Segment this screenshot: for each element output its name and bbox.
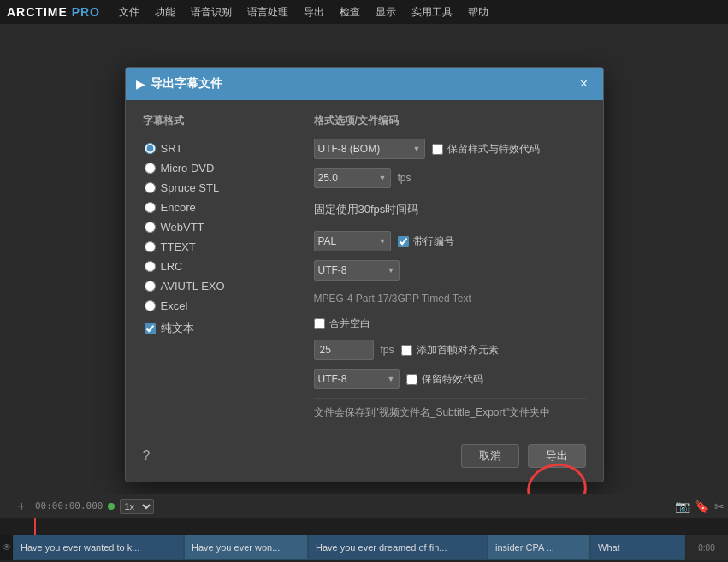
merge-space-checkbox[interactable]: 合并空白 <box>314 316 370 331</box>
dialog-title-bar: ▶ 导出字幕文件 × <box>126 68 603 100</box>
first-frame-label: 添加首帧对齐元素 <box>417 343 499 358</box>
options-column: 格式选项/文件编码 UTF-8 (BOM) UTF-8 GBK <box>314 114 586 420</box>
format-encore[interactable]: Encore <box>143 198 297 217</box>
webvtt-encoding-row: UTF-8 UTF-8 (BOM) GBK <box>314 260 586 281</box>
dialog-close-button[interactable]: × <box>576 75 593 92</box>
format-header: 字幕格式 <box>143 114 297 128</box>
format-excel-label: Excel <box>161 299 188 312</box>
fps-dropdown[interactable]: 25.0 23.976 29.97 30 <box>314 168 391 188</box>
format-webvtt-label: WebVTT <box>161 221 204 234</box>
line-number-checkbox[interactable]: 带行编号 <box>398 234 454 249</box>
timeline-area: + 00:00:00.000 1x 0.5x 2x 📷 🔖 ✂ 👁 <box>0 494 728 562</box>
menu-function[interactable]: 功能 <box>148 3 182 22</box>
dialog-overlay: ▶ 导出字幕文件 × 字幕格式 SRT <box>0 24 728 562</box>
camera-icon[interactable]: 📷 <box>675 500 690 513</box>
keep-style-checkbox[interactable]: 保留样式与特效代码 <box>432 142 540 157</box>
aviutl-fps-label: fps <box>381 344 394 356</box>
menu-speech[interactable]: 语音识别 <box>184 3 239 22</box>
menu-display[interactable]: 显示 <box>369 3 403 22</box>
options-header: 格式选项/文件编码 <box>314 114 586 128</box>
eye-icon[interactable]: 👁 <box>0 535 13 560</box>
status-indicator <box>108 503 115 510</box>
speed-select[interactable]: 1x 0.5x 2x <box>120 499 154 514</box>
aviutl-fps-row: fps 添加首帧对齐元素 <box>314 340 586 360</box>
dialog-arrow-icon: ▶ <box>136 77 145 91</box>
format-srt-label: SRT <box>161 142 183 155</box>
time-position: 00:00:00.000 <box>35 500 103 512</box>
timeline-end-time: 0:00 <box>685 535 728 560</box>
app-logo: ARCTIME PRO <box>7 5 100 19</box>
menu-help[interactable]: 帮助 <box>461 3 495 22</box>
fps-row: 25.0 23.976 29.97 30 fps <box>314 168 586 188</box>
plaintext-encoding-wrapper: UTF-8 UTF-8 (BOM) GBK <box>314 369 400 389</box>
dialog-title: 导出字幕文件 <box>151 76 222 92</box>
keep-effect-label: 保留特效代码 <box>422 372 483 387</box>
subtitle-item-1[interactable]: Have you ever wanted to k... <box>13 535 184 560</box>
menu-language[interactable]: 语言处理 <box>240 3 295 22</box>
main-area: ▶ 导出字幕文件 × 字幕格式 SRT <box>0 24 728 562</box>
format-ttext-label: TTEXT <box>161 240 196 253</box>
format-column: 字幕格式 SRT Micro DVD Spruce STL <box>143 114 297 420</box>
keep-effect-checkbox[interactable]: 保留特效代码 <box>406 372 483 387</box>
plaintext-encoding-dropdown[interactable]: UTF-8 UTF-8 (BOM) GBK <box>314 369 400 389</box>
format-excel[interactable]: Excel <box>143 296 297 316</box>
fixed-fps-text: 固定使用30fps时间码 <box>314 197 419 222</box>
fps-dropdown-wrapper: 25.0 23.976 29.97 30 <box>314 168 391 188</box>
info-text: 文件会保存到"视频文件名_Subtitle_Export"文件夹中 <box>314 398 586 420</box>
keep-style-label: 保留样式与特效代码 <box>447 142 540 157</box>
format-encore-label: Encore <box>161 201 196 214</box>
format-spruce-label: Spruce STL <box>161 181 220 194</box>
merge-space-row: 合并空白 <box>314 316 586 331</box>
subtitle-bar: 👁 Have you ever wanted to k... Have you … <box>0 535 728 560</box>
cancel-button[interactable]: 取消 <box>461 444 519 468</box>
dialog-columns: 字幕格式 SRT Micro DVD Spruce STL <box>143 114 586 420</box>
webvtt-encoding-dropdown[interactable]: UTF-8 UTF-8 (BOM) GBK <box>314 260 400 281</box>
format-lrc-label: LRC <box>161 260 183 273</box>
format-webvtt[interactable]: WebVTT <box>143 217 297 237</box>
format-plaintext[interactable]: 纯文本 <box>143 317 297 340</box>
menu-bar: ARCTIME PRO 文件 功能 语音识别 语言处理 导出 检查 显示 实用工… <box>0 0 728 24</box>
menu-check[interactable]: 检查 <box>333 3 367 22</box>
menu-file[interactable]: 文件 <box>112 3 146 22</box>
format-aviutl[interactable]: AVIUTL EXO <box>143 276 297 296</box>
dialog-footer: ? 取消 导出 <box>126 434 603 482</box>
subtitle-item-3[interactable]: Have you ever dreamed of fin... <box>308 535 488 560</box>
subtitle-item-4[interactable]: insider CPA ... <box>488 535 590 560</box>
add-track-button[interactable]: + <box>13 499 30 514</box>
mpeg-row: MPEG-4 Part 17/3GPP Timed Text <box>314 289 586 308</box>
pal-dropdown[interactable]: PAL NTSC SECAM <box>314 231 391 251</box>
format-ttext[interactable]: TTEXT <box>143 237 297 257</box>
fixed-fps-row: 固定使用30fps时间码 <box>314 197 586 222</box>
encoding-dropdown[interactable]: UTF-8 (BOM) UTF-8 GBK <box>314 139 425 159</box>
plaintext-encoding-row: UTF-8 UTF-8 (BOM) GBK 保留特效代码 <box>314 369 586 389</box>
scissors-icon[interactable]: ✂ <box>714 500 725 513</box>
export-dialog: ▶ 导出字幕文件 × 字幕格式 SRT <box>125 67 604 482</box>
pal-row: PAL NTSC SECAM 带行编号 <box>314 231 586 251</box>
merge-space-label: 合并空白 <box>329 316 370 331</box>
menu-tools[interactable]: 实用工具 <box>405 3 459 22</box>
format-lrc[interactable]: LRC <box>143 257 297 276</box>
timeline-controls: + 00:00:00.000 1x 0.5x 2x 📷 🔖 ✂ <box>0 494 728 518</box>
mpeg-text: MPEG-4 Part 17/3GPP Timed Text <box>314 289 471 308</box>
first-frame-checkbox[interactable]: 添加首帧对齐元素 <box>401 343 499 358</box>
bookmark-icon[interactable]: 🔖 <box>695 500 709 513</box>
encoding-row: UTF-8 (BOM) UTF-8 GBK 保留样式与特效代码 <box>314 139 586 159</box>
fps-unit: fps <box>398 172 411 184</box>
subtitle-item-2[interactable]: Have you ever won... <box>184 535 308 560</box>
subtitle-item-5[interactable]: What <box>590 535 685 560</box>
pal-dropdown-wrapper: PAL NTSC SECAM <box>314 231 391 251</box>
format-plaintext-label: 纯文本 <box>161 321 194 336</box>
line-number-label: 带行编号 <box>413 234 454 249</box>
format-srt[interactable]: SRT <box>143 139 297 158</box>
format-aviutl-label: AVIUTL EXO <box>161 280 225 293</box>
format-microdvd[interactable]: Micro DVD <box>143 158 297 178</box>
webvtt-encoding-wrapper: UTF-8 UTF-8 (BOM) GBK <box>314 260 400 281</box>
help-button[interactable]: ? <box>143 448 151 464</box>
timeline-track: 👁 Have you ever wanted to k... Have you … <box>0 518 728 560</box>
timeline-right-icons: 📷 🔖 ✂ <box>675 494 725 518</box>
aviutl-fps-input[interactable] <box>314 340 374 360</box>
export-button[interactable]: 导出 <box>528 444 586 468</box>
encoding-dropdown-wrapper: UTF-8 (BOM) UTF-8 GBK <box>314 139 425 159</box>
format-spruce[interactable]: Spruce STL <box>143 178 297 198</box>
menu-export[interactable]: 导出 <box>297 3 331 22</box>
